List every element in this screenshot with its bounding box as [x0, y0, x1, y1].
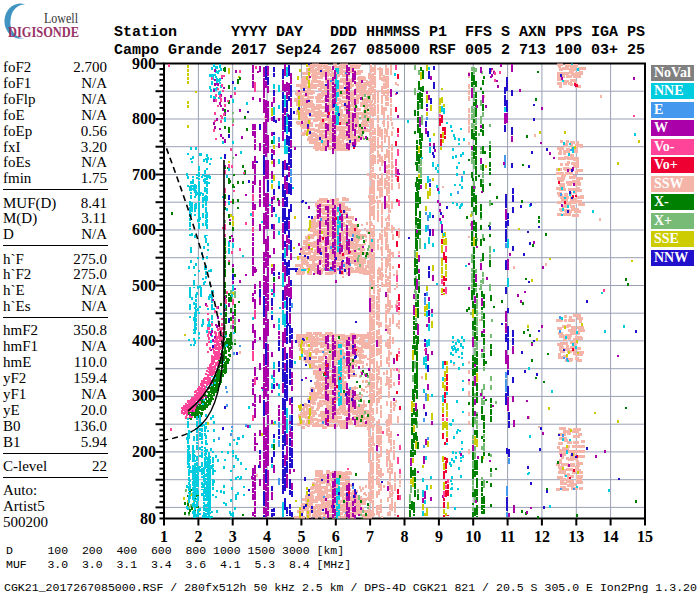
svg-text:9: 9 — [435, 528, 443, 545]
svg-text:DIGISONDE: DIGISONDE — [8, 24, 79, 40]
svg-text:700: 700 — [132, 166, 156, 183]
svg-text:500: 500 — [132, 277, 156, 294]
svg-text:400: 400 — [132, 332, 156, 349]
svg-text:80: 80 — [140, 510, 156, 527]
svg-text:3: 3 — [229, 528, 237, 545]
svg-text:800: 800 — [132, 110, 156, 127]
svg-text:7: 7 — [366, 528, 374, 545]
svg-text:2: 2 — [194, 528, 202, 545]
svg-text:10: 10 — [465, 528, 481, 545]
svg-text:12: 12 — [534, 528, 550, 545]
svg-text:5: 5 — [297, 528, 305, 545]
svg-text:200: 200 — [132, 443, 156, 460]
svg-text:8: 8 — [401, 528, 409, 545]
svg-text:14: 14 — [603, 528, 619, 545]
svg-text:1: 1 — [160, 528, 168, 545]
svg-text:600: 600 — [132, 221, 156, 238]
svg-text:4: 4 — [263, 528, 271, 545]
svg-text:6: 6 — [332, 528, 340, 545]
svg-text:11: 11 — [500, 528, 515, 545]
svg-text:15: 15 — [637, 528, 653, 545]
svg-text:13: 13 — [568, 528, 584, 545]
svg-text:300: 300 — [132, 387, 156, 404]
